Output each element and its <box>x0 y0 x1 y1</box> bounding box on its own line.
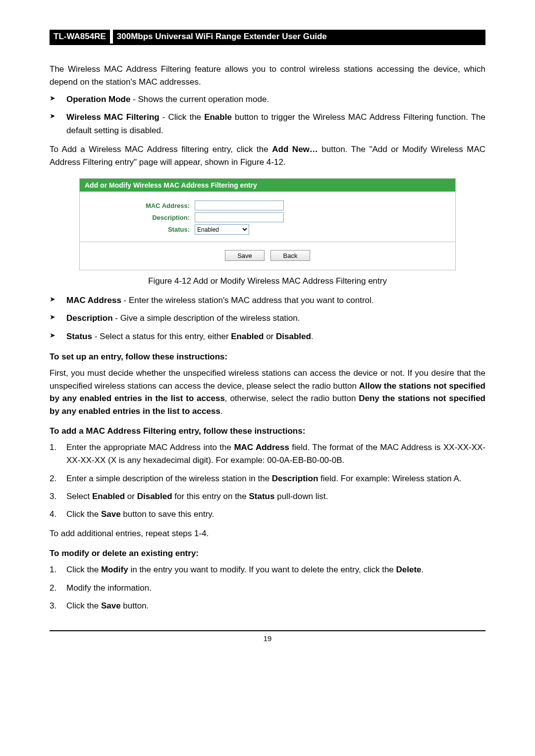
bullet-sep: - <box>160 112 168 122</box>
bullet-label: Operation Mode <box>66 95 130 104</box>
add-new-button-ref: Add New… <box>272 145 318 154</box>
modify-step-3: 3. Click the Save button. <box>50 600 485 612</box>
back-button[interactable]: Back <box>270 250 310 261</box>
setup-paragraph: First, you must decide whether the unspe… <box>50 367 485 417</box>
modify-step-1: 1. Click the Modify in the entry you wan… <box>50 563 485 576</box>
bullet-sep: - <box>130 95 138 104</box>
setup-title: To set up an entry, follow these instruc… <box>50 352 485 362</box>
add-new-paragraph: To Add a Wireless MAC Address filtering … <box>50 143 485 168</box>
figure-caption: Figure 4-12 Add or Modify Wireless MAC A… <box>50 276 485 286</box>
text: Enter the appropriate MAC Address into t… <box>66 443 234 452</box>
modify-title: To modify or delete an existing entry: <box>50 549 485 558</box>
add-step-3: 3. Select Enabled or Disabled for this e… <box>50 490 485 503</box>
feature-bullet-list: ➤ Operation Mode - Shows the current ope… <box>50 93 485 137</box>
enabled-ref: Enabled <box>92 492 125 501</box>
add-repeat-paragraph: To add additional entries, repeat steps … <box>50 527 485 540</box>
arrow-icon: ➤ <box>50 111 66 122</box>
mac-field-ref: MAC Address <box>234 443 289 452</box>
disabled-ref: Disabled <box>137 492 172 501</box>
bullet-label: Status <box>66 332 92 341</box>
text: button. <box>121 601 149 610</box>
figure-buttons: Save Back <box>86 248 449 267</box>
add-steps-list: 1. Enter the appropriate MAC Address int… <box>50 441 485 521</box>
bullet-label: MAC Address <box>66 296 121 305</box>
figure-header: Add or Modify Wireless MAC Address Filte… <box>80 179 455 192</box>
add-title: To add a MAC Address Filtering entry, fo… <box>50 426 485 436</box>
modify-steps-list: 1. Click the Modify in the entry you wan… <box>50 563 485 612</box>
enable-button-ref: Enable <box>204 112 232 122</box>
step-number: 2. <box>50 582 66 595</box>
status-field-ref: Status <box>249 492 275 501</box>
text: in the entry you want to modify. If you … <box>128 565 396 574</box>
modify-ref: Modify <box>101 565 128 574</box>
text: Enter a simple description of the wirele… <box>66 474 272 483</box>
document-title: 300Mbps Universal WiFi Range Extender Us… <box>113 30 485 44</box>
arrow-icon: ➤ <box>50 294 66 305</box>
text: Click the <box>66 601 101 610</box>
save-button-ref: Save <box>101 601 121 610</box>
status-row: Status: Enabled <box>86 224 449 235</box>
description-row: Description: <box>86 212 449 222</box>
enabled-ref: Enabled <box>231 332 264 341</box>
description-label: Description: <box>86 214 195 221</box>
step-number: 1. <box>50 441 66 454</box>
bullet-mac-address: ➤ MAC Address - Enter the wireless stati… <box>50 294 485 307</box>
modify-step-2: 2. Modify the information. <box>50 582 485 595</box>
text: or <box>125 492 137 501</box>
arrow-icon: ➤ <box>50 312 66 323</box>
figure-body: MAC Address: Description: Status: Enable… <box>80 192 455 270</box>
bullet-text: Shows the current operation mode. <box>138 95 269 104</box>
step-number: 2. <box>50 472 66 485</box>
figure-separator <box>80 242 455 242</box>
bullet-text-pre: Click the <box>168 112 205 122</box>
save-button[interactable]: Save <box>225 250 265 261</box>
bullet-wireless-filtering: ➤ Wireless MAC Filtering - Click the Ena… <box>50 111 485 137</box>
text: Click the <box>66 565 101 574</box>
intro-paragraph: The Wireless MAC Address Filtering featu… <box>50 63 485 88</box>
mac-address-input[interactable] <box>195 201 284 210</box>
bullet-text: Give a simple description of the wireles… <box>120 313 300 323</box>
bullet-operation-mode: ➤ Operation Mode - Shows the current ope… <box>50 93 485 106</box>
bullet-label: Description <box>66 313 113 323</box>
delete-ref: Delete <box>396 565 422 574</box>
page-number: 19 <box>50 634 485 643</box>
description-input[interactable] <box>195 212 284 222</box>
step-number: 3. <box>50 600 66 612</box>
footer-separator <box>50 630 485 631</box>
field-bullet-list: ➤ MAC Address - Enter the wireless stati… <box>50 294 485 343</box>
text: Modify the information. <box>66 582 485 595</box>
text: field. For example: Wireless station A. <box>318 474 461 483</box>
product-model: TL-WA854RE <box>50 30 110 44</box>
add-step-2: 2. Enter a simple description of the wir… <box>50 472 485 485</box>
status-label: Status: <box>86 226 195 233</box>
document-page: TL-WA854RE 300Mbps Universal WiFi Range … <box>0 0 535 662</box>
add-step-4: 4. Click the Save button to save this en… <box>50 508 485 521</box>
status-select[interactable]: Enabled <box>195 224 249 235</box>
bullet-sep: - <box>92 332 100 341</box>
mac-address-label: MAC Address: <box>86 202 195 209</box>
add-step-1: 1. Enter the appropriate MAC Address int… <box>50 441 485 467</box>
bullet-description: ➤ Description - Give a simple descriptio… <box>50 312 485 325</box>
bullet-label: Wireless MAC Filtering <box>66 112 160 122</box>
text: button to save this entry. <box>121 509 214 519</box>
figure-panel: Add or Modify Wireless MAC Address Filte… <box>79 178 456 270</box>
bullet-text: Enter the wireless station's MAC address… <box>129 296 374 305</box>
arrow-icon: ➤ <box>50 330 66 341</box>
text: Select a status for this entry, either <box>100 332 231 341</box>
bullet-sep: - <box>121 296 129 305</box>
text: . <box>311 332 314 341</box>
disabled-ref: Disabled <box>276 332 311 341</box>
text: for this entry on the <box>172 492 249 501</box>
step-number: 4. <box>50 508 66 521</box>
text: Click the <box>66 509 101 519</box>
save-button-ref: Save <box>101 509 121 519</box>
page-header: TL-WA854RE 300Mbps Universal WiFi Range … <box>50 30 485 45</box>
text: . <box>422 565 424 574</box>
step-number: 3. <box>50 490 66 503</box>
text: Select <box>66 492 92 501</box>
bullet-sep: - <box>113 313 120 323</box>
mac-address-row: MAC Address: <box>86 201 449 210</box>
description-field-ref: Description <box>272 474 319 483</box>
arrow-icon: ➤ <box>50 93 66 104</box>
text: or <box>264 332 276 341</box>
